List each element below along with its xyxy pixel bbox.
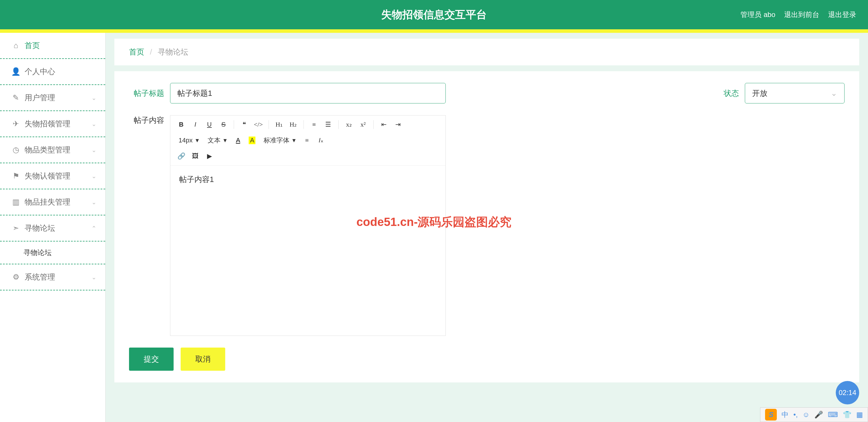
clock-badge: 02:14: [836, 381, 859, 404]
code-button[interactable]: </>: [252, 119, 265, 131]
header-bar: 失物招领信息交互平台 管理员 abo 退出到前台 退出登录: [0, 0, 868, 29]
h1-button[interactable]: H₁: [273, 119, 285, 131]
accent-bar: [0, 29, 868, 33]
content-label: 帖子内容: [129, 115, 164, 125]
ime-bar: S 中 •, ☺ 🎤 ⌨ 👕 ▦: [760, 407, 868, 422]
sidebar-item-label: 物品类型管理: [25, 145, 70, 155]
sidebar-item-forum[interactable]: ➣ 寻物论坛 ⌃: [0, 216, 105, 241]
admin-label[interactable]: 管理员 abo: [740, 10, 775, 19]
sidebar-item-label: 系统管理: [25, 272, 55, 282]
sidebar-item-label: 用户管理: [25, 93, 55, 103]
italic-button[interactable]: I: [189, 119, 202, 131]
subscript-button[interactable]: x₂: [343, 119, 355, 131]
ime-tool-icon[interactable]: ▦: [856, 411, 863, 419]
ime-punct-icon[interactable]: •,: [793, 411, 798, 419]
back-to-front-link[interactable]: 退出到前台: [784, 10, 819, 19]
gear-icon: ⚙: [12, 273, 20, 281]
ime-lang[interactable]: 中: [781, 410, 788, 419]
editor-toolbar: B I U S ❝ </> H₁ H₂ ≡ ☰: [170, 116, 445, 166]
nav-icon: ➣: [12, 224, 20, 232]
cancel-button[interactable]: 取消: [181, 348, 225, 371]
sidebar-item-users[interactable]: ✎ 用户管理 ⌄: [0, 85, 105, 111]
sidebar-item-itemtype[interactable]: ◷ 物品类型管理 ⌄: [0, 137, 105, 163]
ime-keyboard-icon[interactable]: ⌨: [828, 411, 838, 419]
sidebar-item-lostreport[interactable]: ▥ 物品挂失管理 ⌄: [0, 189, 105, 216]
style-select[interactable]: 文本▾: [204, 134, 230, 147]
underline-button[interactable]: U: [203, 119, 216, 131]
sidebar-item-label: 个人中心: [25, 67, 55, 77]
status-select[interactable]: 开放 ⌄: [745, 83, 844, 103]
ime-skin-icon[interactable]: 👕: [843, 411, 851, 419]
user-icon: 👤: [12, 68, 20, 76]
text-color-button[interactable]: A: [232, 134, 244, 147]
ime-mic-icon[interactable]: 🎤: [814, 411, 823, 419]
send-icon: ✈: [12, 120, 20, 128]
sidebar-item-label: 失物认领管理: [25, 171, 70, 181]
sidebar-subitem-forum[interactable]: 寻物论坛: [0, 241, 105, 264]
submit-button[interactable]: 提交: [129, 348, 174, 371]
font-family-select[interactable]: 标准字体▾: [260, 134, 299, 147]
font-size-select[interactable]: 14px▾: [175, 134, 202, 147]
sidebar-item-label: 失物招领管理: [25, 119, 70, 129]
ol-button[interactable]: ≡: [308, 119, 320, 131]
bg-color-button[interactable]: A: [246, 134, 258, 147]
title-label: 帖子标题: [129, 88, 164, 98]
image-button[interactable]: 🖼: [189, 150, 202, 162]
chevron-down-icon: ⌄: [831, 89, 837, 98]
sidebar-item-home[interactable]: ⌂ 首页: [0, 33, 105, 59]
chevron-down-icon: ⌄: [92, 274, 96, 281]
watermark-overlay-text: code51.cn-源码乐园盗图必究: [356, 214, 512, 230]
ime-emoji-icon[interactable]: ☺: [802, 411, 810, 419]
breadcrumb: 首页 / 寻物论坛: [114, 39, 859, 65]
breadcrumb-sep: /: [150, 47, 152, 56]
header-actions: 管理员 abo 退出到前台 退出登录: [740, 10, 856, 19]
status-value: 开放: [752, 88, 767, 98]
clear-format-button[interactable]: Iₓ: [315, 134, 327, 147]
chevron-down-icon: ⌄: [92, 121, 96, 128]
sidebar-item-label: 寻物论坛: [25, 223, 55, 233]
status-label: 状态: [704, 88, 739, 98]
strike-button[interactable]: S: [217, 119, 229, 131]
quote-button[interactable]: ❝: [238, 119, 250, 131]
sidebar-item-claim[interactable]: ⚑ 失物认领管理 ⌄: [0, 163, 105, 189]
ime-logo-icon[interactable]: S: [765, 409, 777, 421]
superscript-button[interactable]: x²: [357, 119, 369, 131]
logout-link[interactable]: 退出登录: [828, 10, 856, 19]
chevron-up-icon: ⌃: [92, 225, 96, 232]
bars-icon: ▥: [12, 198, 20, 206]
sidebar-item-lostfound[interactable]: ✈ 失物招领管理 ⌄: [0, 111, 105, 137]
indent-left-button[interactable]: ⇤: [378, 119, 390, 131]
title-input[interactable]: [170, 83, 446, 103]
align-button[interactable]: ≡: [301, 134, 313, 147]
home-icon: ⌂: [12, 42, 20, 50]
chevron-down-icon: ⌄: [92, 199, 96, 206]
sidebar-item-label: 首页: [25, 40, 40, 51]
app-title: 失物招领信息交互平台: [0, 8, 868, 22]
sidebar: ⌂ 首页 👤 个人中心 ✎ 用户管理 ⌄ ✈ 失物招领管理 ⌄ ◷ 物品类型管理…: [0, 33, 105, 422]
clock-icon: ◷: [12, 146, 20, 154]
flag-icon: ⚑: [12, 172, 20, 180]
h2-button[interactable]: H₂: [287, 119, 300, 131]
indent-right-button[interactable]: ⇥: [392, 119, 404, 131]
editor-content[interactable]: 帖子内容1: [170, 166, 445, 335]
sidebar-item-system[interactable]: ⚙ 系统管理 ⌄: [0, 264, 105, 290]
breadcrumb-home[interactable]: 首页: [129, 47, 144, 56]
chevron-down-icon: ⌄: [92, 173, 96, 180]
ul-button[interactable]: ☰: [322, 119, 334, 131]
sidebar-item-label: 物品挂失管理: [25, 197, 70, 207]
edit-icon: ✎: [12, 94, 20, 102]
chevron-down-icon: ⌄: [92, 147, 96, 154]
video-button[interactable]: ▶: [203, 150, 216, 162]
chevron-down-icon: ⌄: [92, 94, 96, 101]
sidebar-item-profile[interactable]: 👤 个人中心: [0, 59, 105, 85]
link-button[interactable]: 🔗: [175, 150, 187, 162]
bold-button[interactable]: B: [175, 119, 187, 131]
breadcrumb-current: 寻物论坛: [158, 47, 188, 56]
